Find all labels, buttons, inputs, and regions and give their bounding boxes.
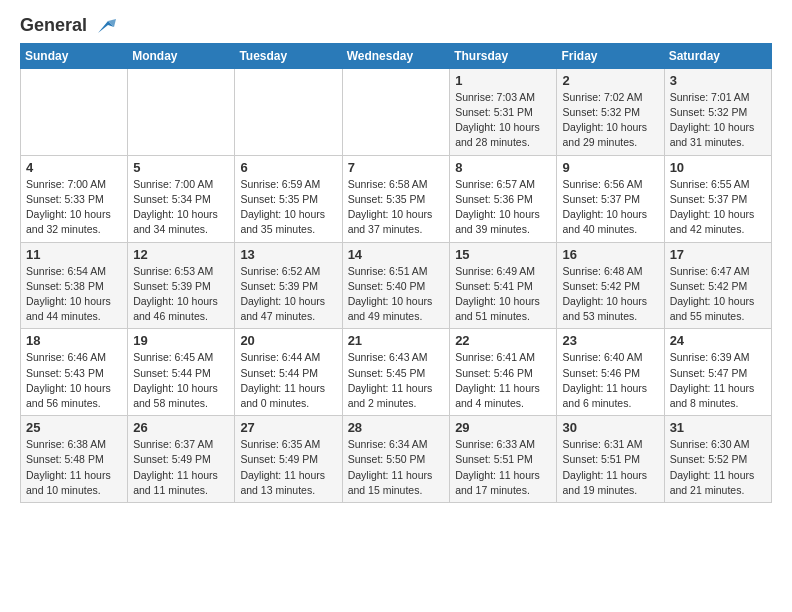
day-info: Sunrise: 6:45 AM Sunset: 5:44 PM Dayligh… [133, 350, 229, 411]
weekday-header: Thursday [450, 43, 557, 68]
logo: General [20, 16, 116, 35]
weekday-header: Wednesday [342, 43, 450, 68]
weekday-header: Friday [557, 43, 664, 68]
calendar-cell: 2Sunrise: 7:02 AM Sunset: 5:32 PM Daylig… [557, 68, 664, 155]
day-number: 23 [562, 333, 658, 348]
day-info: Sunrise: 7:00 AM Sunset: 5:34 PM Dayligh… [133, 177, 229, 238]
calendar-cell: 28Sunrise: 6:34 AM Sunset: 5:50 PM Dayli… [342, 416, 450, 503]
day-number: 30 [562, 420, 658, 435]
day-number: 5 [133, 160, 229, 175]
calendar-cell: 21Sunrise: 6:43 AM Sunset: 5:45 PM Dayli… [342, 329, 450, 416]
day-number: 20 [240, 333, 336, 348]
day-info: Sunrise: 6:49 AM Sunset: 5:41 PM Dayligh… [455, 264, 551, 325]
day-number: 11 [26, 247, 122, 262]
calendar-week-row: 4Sunrise: 7:00 AM Sunset: 5:33 PM Daylig… [21, 155, 772, 242]
day-info: Sunrise: 6:38 AM Sunset: 5:48 PM Dayligh… [26, 437, 122, 498]
day-number: 25 [26, 420, 122, 435]
calendar-cell: 22Sunrise: 6:41 AM Sunset: 5:46 PM Dayli… [450, 329, 557, 416]
calendar-cell: 23Sunrise: 6:40 AM Sunset: 5:46 PM Dayli… [557, 329, 664, 416]
day-info: Sunrise: 6:52 AM Sunset: 5:39 PM Dayligh… [240, 264, 336, 325]
calendar-cell: 9Sunrise: 6:56 AM Sunset: 5:37 PM Daylig… [557, 155, 664, 242]
calendar-cell: 29Sunrise: 6:33 AM Sunset: 5:51 PM Dayli… [450, 416, 557, 503]
day-info: Sunrise: 7:02 AM Sunset: 5:32 PM Dayligh… [562, 90, 658, 151]
day-number: 4 [26, 160, 122, 175]
weekday-header: Tuesday [235, 43, 342, 68]
day-number: 13 [240, 247, 336, 262]
calendar-cell: 11Sunrise: 6:54 AM Sunset: 5:38 PM Dayli… [21, 242, 128, 329]
day-number: 27 [240, 420, 336, 435]
day-info: Sunrise: 6:41 AM Sunset: 5:46 PM Dayligh… [455, 350, 551, 411]
day-number: 19 [133, 333, 229, 348]
calendar-cell: 8Sunrise: 6:57 AM Sunset: 5:36 PM Daylig… [450, 155, 557, 242]
calendar-cell [128, 68, 235, 155]
day-number: 18 [26, 333, 122, 348]
calendar-cell: 25Sunrise: 6:38 AM Sunset: 5:48 PM Dayli… [21, 416, 128, 503]
calendar-cell: 14Sunrise: 6:51 AM Sunset: 5:40 PM Dayli… [342, 242, 450, 329]
calendar-cell: 4Sunrise: 7:00 AM Sunset: 5:33 PM Daylig… [21, 155, 128, 242]
day-number: 8 [455, 160, 551, 175]
day-number: 6 [240, 160, 336, 175]
calendar-header-row: SundayMondayTuesdayWednesdayThursdayFrid… [21, 43, 772, 68]
day-info: Sunrise: 6:43 AM Sunset: 5:45 PM Dayligh… [348, 350, 445, 411]
day-info: Sunrise: 7:01 AM Sunset: 5:32 PM Dayligh… [670, 90, 766, 151]
calendar-cell: 20Sunrise: 6:44 AM Sunset: 5:44 PM Dayli… [235, 329, 342, 416]
day-info: Sunrise: 6:34 AM Sunset: 5:50 PM Dayligh… [348, 437, 445, 498]
day-info: Sunrise: 6:55 AM Sunset: 5:37 PM Dayligh… [670, 177, 766, 238]
calendar-cell: 17Sunrise: 6:47 AM Sunset: 5:42 PM Dayli… [664, 242, 771, 329]
day-number: 28 [348, 420, 445, 435]
day-info: Sunrise: 6:39 AM Sunset: 5:47 PM Dayligh… [670, 350, 766, 411]
calendar-week-row: 11Sunrise: 6:54 AM Sunset: 5:38 PM Dayli… [21, 242, 772, 329]
day-info: Sunrise: 6:59 AM Sunset: 5:35 PM Dayligh… [240, 177, 336, 238]
day-info: Sunrise: 6:46 AM Sunset: 5:43 PM Dayligh… [26, 350, 122, 411]
day-info: Sunrise: 6:58 AM Sunset: 5:35 PM Dayligh… [348, 177, 445, 238]
day-number: 29 [455, 420, 551, 435]
logo-text: General [20, 16, 116, 37]
day-info: Sunrise: 6:48 AM Sunset: 5:42 PM Dayligh… [562, 264, 658, 325]
calendar-cell: 12Sunrise: 6:53 AM Sunset: 5:39 PM Dayli… [128, 242, 235, 329]
calendar-week-row: 25Sunrise: 6:38 AM Sunset: 5:48 PM Dayli… [21, 416, 772, 503]
calendar-cell: 31Sunrise: 6:30 AM Sunset: 5:52 PM Dayli… [664, 416, 771, 503]
calendar-table: SundayMondayTuesdayWednesdayThursdayFrid… [20, 43, 772, 503]
day-info: Sunrise: 6:57 AM Sunset: 5:36 PM Dayligh… [455, 177, 551, 238]
day-info: Sunrise: 6:35 AM Sunset: 5:49 PM Dayligh… [240, 437, 336, 498]
calendar-cell: 3Sunrise: 7:01 AM Sunset: 5:32 PM Daylig… [664, 68, 771, 155]
day-number: 3 [670, 73, 766, 88]
day-info: Sunrise: 6:51 AM Sunset: 5:40 PM Dayligh… [348, 264, 445, 325]
day-number: 22 [455, 333, 551, 348]
day-info: Sunrise: 6:37 AM Sunset: 5:49 PM Dayligh… [133, 437, 229, 498]
calendar-cell: 30Sunrise: 6:31 AM Sunset: 5:51 PM Dayli… [557, 416, 664, 503]
calendar-cell: 24Sunrise: 6:39 AM Sunset: 5:47 PM Dayli… [664, 329, 771, 416]
weekday-header: Saturday [664, 43, 771, 68]
calendar-cell: 16Sunrise: 6:48 AM Sunset: 5:42 PM Dayli… [557, 242, 664, 329]
calendar-cell [235, 68, 342, 155]
calendar-cell: 1Sunrise: 7:03 AM Sunset: 5:31 PM Daylig… [450, 68, 557, 155]
calendar-cell: 15Sunrise: 6:49 AM Sunset: 5:41 PM Dayli… [450, 242, 557, 329]
day-number: 16 [562, 247, 658, 262]
day-info: Sunrise: 6:40 AM Sunset: 5:46 PM Dayligh… [562, 350, 658, 411]
day-number: 10 [670, 160, 766, 175]
day-number: 26 [133, 420, 229, 435]
calendar-cell [342, 68, 450, 155]
day-info: Sunrise: 6:31 AM Sunset: 5:51 PM Dayligh… [562, 437, 658, 498]
calendar-cell: 10Sunrise: 6:55 AM Sunset: 5:37 PM Dayli… [664, 155, 771, 242]
day-number: 9 [562, 160, 658, 175]
weekday-header: Monday [128, 43, 235, 68]
calendar-week-row: 18Sunrise: 6:46 AM Sunset: 5:43 PM Dayli… [21, 329, 772, 416]
day-number: 31 [670, 420, 766, 435]
day-number: 24 [670, 333, 766, 348]
page-header: General [20, 16, 772, 35]
day-info: Sunrise: 6:54 AM Sunset: 5:38 PM Dayligh… [26, 264, 122, 325]
day-number: 12 [133, 247, 229, 262]
calendar-cell: 7Sunrise: 6:58 AM Sunset: 5:35 PM Daylig… [342, 155, 450, 242]
day-info: Sunrise: 6:53 AM Sunset: 5:39 PM Dayligh… [133, 264, 229, 325]
day-number: 1 [455, 73, 551, 88]
calendar-cell: 5Sunrise: 7:00 AM Sunset: 5:34 PM Daylig… [128, 155, 235, 242]
calendar-cell: 19Sunrise: 6:45 AM Sunset: 5:44 PM Dayli… [128, 329, 235, 416]
day-info: Sunrise: 6:30 AM Sunset: 5:52 PM Dayligh… [670, 437, 766, 498]
day-info: Sunrise: 6:33 AM Sunset: 5:51 PM Dayligh… [455, 437, 551, 498]
calendar-cell [21, 68, 128, 155]
day-info: Sunrise: 6:47 AM Sunset: 5:42 PM Dayligh… [670, 264, 766, 325]
day-info: Sunrise: 7:03 AM Sunset: 5:31 PM Dayligh… [455, 90, 551, 151]
day-number: 17 [670, 247, 766, 262]
day-info: Sunrise: 7:00 AM Sunset: 5:33 PM Dayligh… [26, 177, 122, 238]
